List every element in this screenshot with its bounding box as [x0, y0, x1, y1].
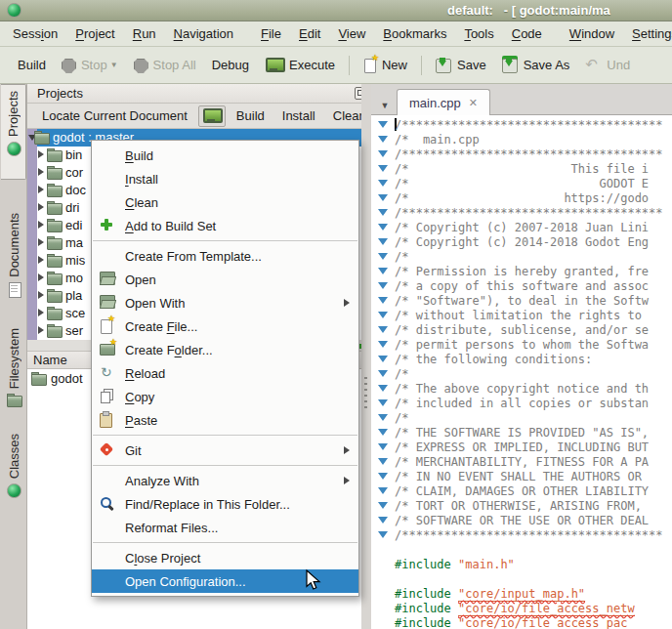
fold-marker-icon[interactable]	[378, 282, 388, 289]
menu-item-clean[interactable]: Clean	[92, 190, 358, 214]
fold-marker-icon[interactable]	[378, 238, 388, 245]
fold-marker-icon[interactable]	[378, 399, 388, 406]
menu-item-reformat-files[interactable]: Reformat Files...	[92, 516, 358, 539]
expander-closed-icon[interactable]	[38, 326, 44, 334]
code-view[interactable]: /*************************************/*…	[371, 115, 672, 629]
panel-toolbar-build-button[interactable]: Build	[230, 105, 272, 126]
fold-marker-icon[interactable]	[378, 487, 388, 494]
monitor-icon	[202, 108, 221, 124]
fold-marker-icon[interactable]	[378, 473, 388, 480]
toolbar-und-button[interactable]: Und	[577, 54, 638, 77]
expander-closed-icon[interactable]	[38, 221, 44, 229]
menu-item-copy[interactable]: Copy	[92, 385, 358, 408]
menu-project[interactable]: Project	[66, 23, 123, 44]
menu-file[interactable]: File	[252, 23, 290, 44]
menu-item-analyze-with[interactable]: Analyze With	[92, 469, 358, 492]
fold-marker-icon[interactable]	[378, 253, 388, 260]
menu-item-install[interactable]: Install	[92, 167, 358, 190]
menu-item-build[interactable]: Build	[92, 144, 358, 167]
toolbar-stop-button[interactable]: Stop▼	[54, 54, 126, 76]
panel-toolbar-install-button[interactable]: Install	[275, 105, 322, 126]
menu-item-label: Paste	[125, 413, 157, 428]
menu-item-label: Reformat Files...	[125, 521, 218, 535]
menu-item-find-replace-in-this-folder[interactable]: Find/Replace in This Folder...	[92, 492, 358, 516]
expander-closed-icon[interactable]	[38, 291, 44, 299]
menu-item-git[interactable]: Git	[92, 439, 358, 462]
fold-marker-icon[interactable]	[378, 385, 388, 392]
sidebar-tab-documents[interactable]: Documents	[1, 207, 26, 295]
fold-marker-icon[interactable]	[378, 356, 388, 362]
fold-marker-icon[interactable]	[378, 121, 388, 128]
menu-item-open[interactable]: Open	[92, 268, 358, 291]
code-text: /* a copy of this software and assoc	[395, 279, 649, 293]
sidebar-tab-projects[interactable]: Projects	[1, 84, 26, 180]
include-string: "core/io/file_access_netw	[458, 602, 635, 616]
menu-bookmarks[interactable]: Bookmarks	[374, 23, 455, 44]
menu-item-label: Open With	[125, 296, 185, 311]
fold-marker-icon[interactable]	[378, 458, 388, 465]
title-bar[interactable]: default: - [ godot:main/ma	[0, 0, 672, 21]
fold-marker-icon[interactable]	[378, 297, 388, 304]
expander-closed-icon[interactable]	[38, 186, 44, 193]
fold-marker-icon[interactable]	[378, 165, 388, 172]
fold-marker-icon[interactable]	[378, 414, 388, 421]
fold-marker-icon[interactable]	[378, 209, 388, 216]
expander-closed-icon[interactable]	[38, 203, 44, 211]
sidebar-tab-classes[interactable]: Classes	[1, 428, 26, 498]
toolbar-save-button[interactable]: Save	[428, 54, 494, 76]
expander-closed-icon[interactable]	[38, 238, 44, 246]
menu-item-paste[interactable]: Paste	[92, 408, 358, 432]
menu-run[interactable]: Run	[124, 23, 165, 44]
fold-marker-icon[interactable]	[378, 150, 388, 157]
menu-code[interactable]: Code	[503, 23, 551, 44]
menu-item-reload[interactable]: Reload	[92, 361, 358, 385]
menu-item-add-to-build-set[interactable]: Add to Build Set	[92, 214, 358, 237]
menu-session[interactable]: Session	[4, 23, 66, 44]
toolbar-execute-button[interactable]: Execute	[257, 54, 343, 77]
menu-tools[interactable]: Tools	[455, 23, 502, 44]
fold-marker-icon[interactable]	[378, 443, 388, 450]
panel-toolbar-locate-current-document-button[interactable]: Locate Current Document	[35, 105, 194, 126]
menu-item-create-folder[interactable]: ★Create Folder...	[92, 338, 358, 361]
fold-marker-icon[interactable]	[378, 180, 388, 187]
expander-closed-icon[interactable]	[38, 273, 44, 281]
toolbar-save-as-button[interactable]: Save As	[494, 54, 578, 76]
fold-marker-icon[interactable]	[378, 341, 388, 348]
menu-item-create-file[interactable]: ★Create File...	[92, 314, 358, 338]
menu-item-create-from-template[interactable]: Create From Template...	[92, 244, 358, 268]
fold-marker-icon[interactable]	[378, 429, 388, 436]
toolbar-new-button[interactable]: ★New	[356, 54, 415, 76]
panel-toolbar-monitor-icon[interactable]	[198, 105, 226, 127]
menu-window[interactable]: Window	[561, 23, 623, 44]
folder-icon	[47, 201, 62, 214]
tab-overflow-dropdown-icon[interactable]: ▼	[377, 100, 393, 112]
fold-marker-icon[interactable]	[378, 136, 388, 143]
fold-marker-icon[interactable]	[378, 517, 388, 524]
toolbar-debug-button[interactable]: Debug	[204, 54, 257, 76]
fold-marker-icon[interactable]	[378, 194, 388, 201]
menu-view[interactable]: View	[329, 23, 374, 44]
fold-marker-icon[interactable]	[378, 326, 388, 333]
expander-closed-icon[interactable]	[38, 168, 44, 176]
fold-marker-icon[interactable]	[378, 268, 388, 274]
fold-marker-icon[interactable]	[378, 502, 388, 509]
fold-marker-icon[interactable]	[378, 370, 388, 377]
expander-closed-icon[interactable]	[38, 256, 44, 264]
tab-close-icon[interactable]: ✕	[469, 97, 478, 109]
menu-item-open-with[interactable]: Open With	[92, 291, 358, 314]
menu-edit[interactable]: Edit	[290, 23, 329, 44]
expander-closed-icon[interactable]	[38, 150, 44, 158]
sidebar-tab-filesystem[interactable]: Filesystem	[1, 322, 26, 410]
toolbar-build-button[interactable]: Build	[10, 54, 54, 76]
menu-settings[interactable]: Settings	[623, 23, 672, 44]
toolbar-stop-all-button[interactable]: Stop All	[126, 54, 204, 76]
fold-marker-icon[interactable]	[378, 224, 388, 231]
expander-closed-icon[interactable]	[38, 309, 44, 316]
menu-item-close-project[interactable]: Close Project	[92, 546, 358, 569]
vertical-splitter[interactable]	[361, 84, 371, 629]
menu-navigation[interactable]: Navigation	[165, 23, 242, 44]
tab-main-cpp[interactable]: main.cpp ✕	[397, 89, 490, 115]
code-line: /* SOFTWARE OR THE USE OR OTHER DEAL	[371, 513, 672, 527]
fold-marker-icon[interactable]	[378, 312, 388, 318]
fold-marker-icon[interactable]	[378, 531, 388, 538]
